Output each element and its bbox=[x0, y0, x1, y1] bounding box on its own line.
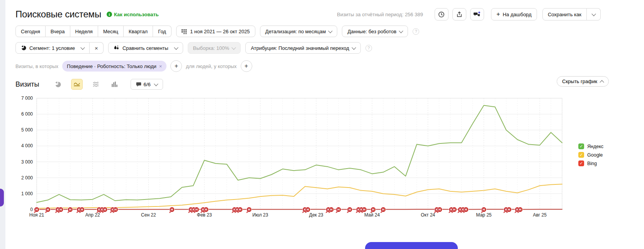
svg-text:Н: Н bbox=[114, 208, 117, 211]
data-mode-help-icon[interactable]: ? bbox=[413, 28, 419, 35]
segment-clear-button[interactable]: × bbox=[90, 42, 104, 54]
svg-text:Н: Н bbox=[348, 208, 351, 211]
save-as-button[interactable]: Сохранить как bbox=[542, 8, 587, 20]
period-button[interactable]: Квартал bbox=[124, 26, 153, 37]
how-to-use-link[interactable]: i Как использовать bbox=[107, 12, 159, 17]
detalization-label: Детализация: по месяцам bbox=[265, 29, 326, 34]
compare-segments-label: Сравнить сегменты bbox=[122, 45, 168, 51]
legend-item[interactable]: ✓Яндекс bbox=[578, 143, 603, 149]
visits-filter-prefix: Визиты, в которых bbox=[15, 63, 58, 69]
attribution-help-icon[interactable]: ? bbox=[365, 45, 372, 51]
side-panel-handle[interactable] bbox=[0, 189, 4, 206]
chart-type-pie-button[interactable] bbox=[53, 79, 63, 89]
segment-group: Сегмент: 1 условие × bbox=[15, 42, 104, 54]
svg-text:6 000: 6 000 bbox=[21, 111, 33, 117]
info-icon: i bbox=[107, 12, 112, 17]
period-button[interactable]: Вчера bbox=[46, 26, 70, 37]
visits-period-total: Визиты за отчётный период: 256 389 bbox=[337, 12, 423, 17]
metrica-report-page: Поисковые системы i Как использовать Виз… bbox=[0, 0, 644, 249]
period-button[interactable]: Год bbox=[153, 26, 172, 37]
chevron-down-icon bbox=[80, 45, 85, 49]
add-people-filter-button[interactable]: + bbox=[241, 60, 252, 72]
calendar-grid-icon bbox=[182, 29, 187, 34]
svg-text:Н: Н bbox=[36, 208, 38, 211]
svg-text:Н: Н bbox=[81, 208, 83, 211]
chip-close-icon[interactable]: × bbox=[159, 64, 162, 69]
save-as-split-button: Сохранить как bbox=[542, 8, 601, 20]
period-button[interactable]: Сегодня bbox=[15, 26, 46, 37]
save-as-menu-button[interactable] bbox=[587, 8, 601, 20]
sampling-label: Выборка: 100% bbox=[193, 45, 229, 51]
annotations-dropdown[interactable]: 6/6 bbox=[131, 79, 163, 90]
legend-label: Яндекс bbox=[587, 144, 603, 149]
share-icon bbox=[456, 11, 462, 18]
add-visits-filter-button[interactable]: + bbox=[170, 60, 182, 72]
svg-text:Н: Н bbox=[363, 208, 365, 211]
svg-text:Н: Н bbox=[69, 208, 71, 211]
period-button[interactable]: Месяц bbox=[98, 26, 124, 37]
chart-legend: ✓Яндекс✓Google✓Bing bbox=[578, 143, 603, 169]
data-mode-label: Данные: без роботов bbox=[347, 29, 396, 34]
date-range-label: 1 ноя 2021 — 26 окт 2025 bbox=[190, 29, 250, 34]
svg-text:5 000: 5 000 bbox=[21, 127, 33, 133]
svg-text:Н: Н bbox=[438, 208, 441, 211]
chevron-up-icon bbox=[600, 80, 604, 84]
hide-chart-label: Скрыть график bbox=[562, 78, 597, 84]
metric-title: Визиты bbox=[15, 80, 39, 89]
svg-text:Н: Н bbox=[465, 208, 467, 211]
filter-chip-label: Поведение · Роботность: Только люди bbox=[67, 63, 156, 69]
legend-checkbox[interactable]: ✓ bbox=[578, 152, 584, 158]
legend-item[interactable]: ✓Bing bbox=[578, 160, 603, 166]
comments-icon bbox=[473, 11, 481, 18]
svg-text:Май 24: Май 24 bbox=[364, 212, 380, 218]
comments-button[interactable] bbox=[470, 8, 484, 20]
filter-chip-robots[interactable]: Поведение · Роботность: Только люди × bbox=[62, 61, 167, 72]
how-to-use-label: Как использовать bbox=[114, 12, 159, 17]
chart-area: 01 0002 0003 0004 0005 0006 0007 000Ноя … bbox=[15, 95, 564, 223]
hide-chart-button[interactable]: Скрыть график bbox=[557, 76, 609, 87]
chart-type-line-button[interactable] bbox=[71, 79, 83, 90]
bottom-banner[interactable] bbox=[365, 242, 458, 249]
chart-controls: Визиты bbox=[15, 79, 644, 90]
segment-toolbar: Сегмент: 1 условие × Сравнить сегменты В… bbox=[15, 42, 644, 54]
segment-dropdown[interactable]: Сегмент: 1 условие bbox=[15, 42, 90, 54]
people-filter-prefix: для людей, у которых bbox=[186, 63, 236, 69]
plus-icon: + bbox=[496, 11, 500, 17]
chevron-down-icon bbox=[591, 12, 596, 16]
data-mode-dropdown[interactable]: Данные: без роботов bbox=[342, 26, 408, 37]
legend-item[interactable]: ✓Google bbox=[578, 152, 603, 158]
date-toolbar: СегодняВчераНеделяМесяцКварталГод 1 ноя … bbox=[15, 26, 644, 37]
chart-type-areas-button[interactable] bbox=[90, 79, 101, 89]
add-to-dashboard-label: На дашборд bbox=[503, 12, 532, 17]
svg-text:Мар 25: Мар 25 bbox=[476, 212, 491, 218]
sampling-dropdown[interactable]: Выборка: 100% bbox=[188, 42, 241, 54]
attribution-dropdown[interactable]: Атрибуция: Последний значимый переход bbox=[245, 42, 361, 54]
svg-text:Н: Н bbox=[239, 208, 241, 211]
page-title: Поисковые системы bbox=[15, 9, 101, 20]
add-to-dashboard-button[interactable]: + На дашборд bbox=[491, 8, 537, 20]
svg-text:Н: Н bbox=[330, 208, 332, 211]
history-button[interactable] bbox=[435, 8, 449, 20]
svg-text:Н: Н bbox=[307, 208, 309, 211]
date-range-button[interactable]: 1 ноя 2021 — 26 окт 2025 bbox=[176, 26, 255, 37]
svg-text:Сен 22: Сен 22 bbox=[141, 212, 156, 218]
svg-text:Окт 24: Окт 24 bbox=[421, 212, 435, 218]
svg-text:Н: Н bbox=[205, 208, 207, 211]
svg-text:0: 0 bbox=[30, 207, 33, 212]
svg-text:Н: Н bbox=[519, 208, 521, 211]
svg-text:Н: Н bbox=[171, 208, 173, 211]
comment-bubble-icon bbox=[136, 82, 141, 87]
period-button[interactable]: Неделя bbox=[70, 26, 98, 37]
detalization-dropdown[interactable]: Детализация: по месяцам bbox=[260, 26, 338, 37]
chevron-down-icon bbox=[174, 45, 178, 49]
legend-checkbox[interactable]: ✓ bbox=[578, 160, 584, 166]
chart-type-columns-button[interactable] bbox=[109, 79, 120, 89]
export-button[interactable] bbox=[452, 8, 466, 20]
legend-checkbox[interactable]: ✓ bbox=[578, 143, 584, 149]
chevron-down-icon bbox=[232, 45, 236, 49]
pie-chart-icon bbox=[54, 81, 61, 88]
svg-text:2 000: 2 000 bbox=[21, 175, 33, 181]
compare-segments-dropdown[interactable]: Сравнить сегменты bbox=[108, 42, 183, 54]
visits-chart[interactable]: 01 0002 0003 0004 0005 0006 0007 000Ноя … bbox=[15, 95, 564, 223]
svg-text:1 000: 1 000 bbox=[21, 191, 33, 196]
